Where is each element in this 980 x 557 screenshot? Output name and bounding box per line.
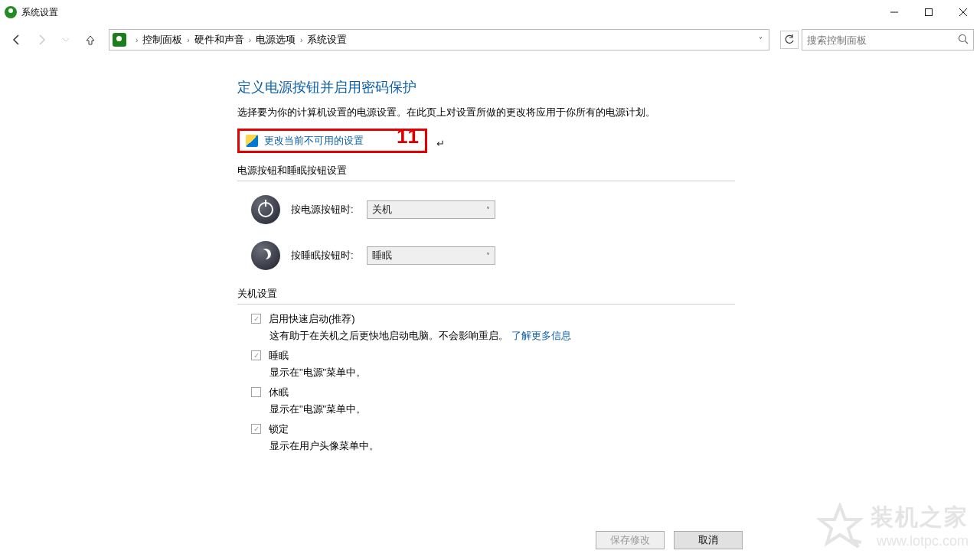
section-shutdown-settings: 关机设置 — [237, 287, 735, 305]
watermark-text: 装机之家 — [871, 502, 969, 533]
close-button[interactable] — [946, 0, 980, 24]
chevron-right-icon: › — [182, 36, 194, 44]
sleep-description: 显示在"电源"菜单中。 — [270, 366, 735, 379]
moon-icon — [251, 241, 280, 270]
lock-checkbox-label: 锁定 — [269, 422, 289, 436]
hibernate-description: 显示在"电源"菜单中。 — [270, 402, 735, 416]
page-description: 选择要为你的计算机设置的电源设置。在此页上对设置所做的更改将应用于你所有的电源计… — [237, 106, 735, 119]
uac-shield-icon — [246, 135, 258, 147]
navigation-bar: › 控制面板 › 硬件和声音 › 电源选项 › 系统设置 ˅ — [0, 24, 980, 55]
fast-startup-desc-text: 这有助于在关机之后更快地启动电脑。不会影响重启。 — [270, 330, 508, 341]
watermark-url: www.lotpc.com — [871, 533, 969, 549]
chevron-right-icon: › — [296, 36, 307, 44]
titlebar-left: 系统设置 — [5, 6, 58, 19]
search-input[interactable] — [807, 34, 958, 46]
fast-startup-checkbox[interactable] — [251, 314, 261, 324]
footer-buttons: 保存修改 取消 — [596, 531, 743, 549]
cancel-button[interactable]: 取消 — [674, 531, 743, 549]
section-power-button-settings: 电源按钮和睡眠按钮设置 — [237, 164, 735, 181]
sleep-checkbox-label: 睡眠 — [269, 349, 289, 363]
window-title: 系统设置 — [21, 6, 58, 19]
power-button-row: 按电源按钮时: 关机 ˅ — [251, 195, 735, 224]
forward-button[interactable] — [31, 29, 52, 50]
power-button-select[interactable]: 关机 ˅ — [367, 200, 495, 219]
breadcrumb-hardware-sound[interactable]: 硬件和声音 — [194, 33, 244, 47]
chevron-down-icon[interactable]: ˅ — [754, 36, 767, 44]
svg-line-5 — [965, 41, 969, 44]
page-title: 定义电源按钮并启用密码保护 — [237, 78, 735, 96]
fast-startup-description: 这有助于在关机之后更快地启动电脑。不会影响重启。 了解更多信息 — [270, 329, 735, 343]
svg-rect-1 — [925, 9, 932, 16]
search-icon[interactable] — [958, 34, 969, 47]
sleep-checkbox[interactable] — [251, 350, 261, 360]
chevron-right-icon: › — [244, 36, 256, 44]
chevron-down-icon: ˅ — [486, 206, 490, 214]
lock-checkbox[interactable] — [251, 424, 261, 434]
breadcrumb: › 控制面板 › 硬件和声音 › 电源选项 › 系统设置 — [131, 33, 347, 47]
watermark: 装机之家 www.lotpc.com — [817, 502, 969, 549]
maximize-button[interactable] — [911, 0, 946, 24]
back-button[interactable] — [6, 29, 28, 50]
svg-point-4 — [959, 34, 966, 41]
fast-startup-label: 启用快速启动(推荐) — [269, 312, 355, 326]
sleep-button-row: 按睡眠按钮时: 睡眠 ˅ — [251, 241, 735, 270]
address-bar[interactable]: › 控制面板 › 硬件和声音 › 电源选项 › 系统设置 ˅ — [109, 29, 769, 50]
hibernate-checkbox-label: 休眠 — [269, 386, 289, 399]
save-button[interactable]: 保存修改 — [596, 531, 665, 549]
search-box[interactable] — [802, 29, 974, 50]
annotation-number: 11 — [397, 125, 419, 148]
app-icon — [5, 6, 17, 18]
change-unavailable-settings-link[interactable]: 更改当前不可用的设置 — [264, 134, 364, 148]
address-bar-right: ˅ — [754, 36, 767, 44]
breadcrumb-system-settings[interactable]: 系统设置 — [307, 33, 347, 47]
chevron-right-icon: › — [131, 36, 142, 44]
minimize-button[interactable] — [877, 0, 911, 24]
power-button-value: 关机 — [372, 203, 392, 217]
title-bar: 系统设置 — [0, 0, 980, 24]
main-content: 定义电源按钮并启用密码保护 选择要为你的计算机设置的电源设置。在此页上对设置所做… — [0, 55, 750, 519]
location-icon — [113, 33, 126, 47]
breadcrumb-power-options[interactable]: 电源选项 — [256, 33, 296, 47]
sleep-button-value: 睡眠 — [372, 249, 392, 262]
refresh-button[interactable] — [780, 31, 799, 49]
lock-description: 显示在用户头像菜单中。 — [270, 439, 735, 453]
up-button[interactable] — [80, 29, 101, 50]
power-icon — [251, 195, 280, 224]
sleep-button-select[interactable]: 睡眠 ˅ — [367, 246, 495, 265]
star-icon — [817, 503, 863, 549]
recent-locations-dropdown[interactable] — [55, 29, 77, 50]
sleep-button-label: 按睡眠按钮时: — [291, 249, 356, 262]
hibernate-checkbox[interactable] — [251, 387, 261, 397]
learn-more-link[interactable]: 了解更多信息 — [511, 330, 571, 341]
cursor-icon: ↵ — [436, 138, 445, 149]
power-button-label: 按电源按钮时: — [291, 203, 356, 217]
chevron-down-icon: ˅ — [486, 252, 490, 260]
window-controls — [877, 0, 980, 24]
breadcrumb-control-panel[interactable]: 控制面板 — [142, 33, 182, 47]
